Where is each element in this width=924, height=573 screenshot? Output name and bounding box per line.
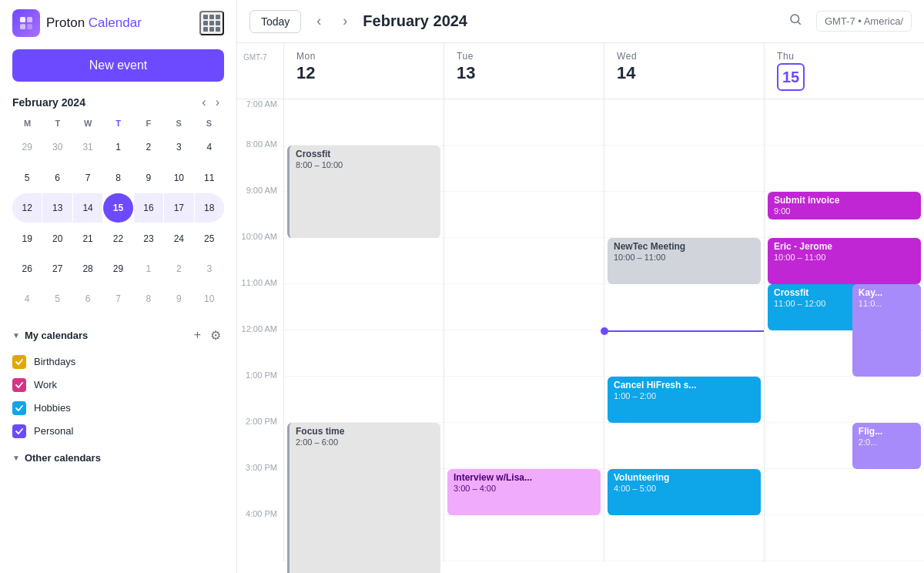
mini-day-16[interactable]: 16 [134, 193, 163, 223]
event-title-thu-4: Flig... [859, 426, 915, 437]
mini-day-7[interactable]: 7 [103, 284, 132, 313]
my-calendars-settings-button[interactable]: ⚙ [207, 327, 224, 344]
timezone-gutter-label: GMT-7 [243, 53, 267, 62]
mini-day-28[interactable]: 28 [73, 254, 102, 283]
mini-day-5[interactable]: 5 [42, 284, 72, 313]
calendar-item-personal[interactable]: Personal [12, 420, 224, 443]
mini-day-26[interactable]: 26 [12, 254, 42, 283]
mini-day-15[interactable]: 15 [103, 193, 132, 223]
mini-day-header-m: M [12, 117, 42, 129]
event-time-mon-0: 8:00 – 10:00 [296, 160, 434, 169]
calendar-name-work: Work [34, 379, 57, 390]
mini-day-11[interactable]: 11 [195, 163, 224, 192]
mini-calendar-prev-button[interactable]: ‹ [197, 94, 210, 111]
calendar-checkbox-birthdays[interactable] [12, 355, 26, 369]
bg-cell-tue-2 [444, 192, 604, 238]
day-column-mon: Crossfit8:00 – 10:00Focus time2:00 – 6:0… [283, 99, 444, 561]
today-button[interactable]: Today [249, 10, 301, 33]
bg-cell-thu-0 [765, 99, 924, 146]
event-mon-0[interactable]: Crossfit8:00 – 10:00 [287, 146, 440, 238]
search-button[interactable] [784, 8, 807, 35]
mini-day-21[interactable]: 21 [73, 223, 102, 253]
my-calendars-add-button[interactable]: + [191, 327, 204, 344]
event-wed-1[interactable]: Cancel HiFresh s...1:00 – 2:00 [608, 377, 761, 423]
mini-day-25[interactable]: 25 [195, 223, 224, 253]
mini-day-12[interactable]: 12 [12, 193, 42, 223]
mini-day-header-w: W [73, 117, 103, 129]
mini-day-4[interactable]: 4 [195, 132, 224, 162]
event-thu-3[interactable]: Kay...11:0... [852, 284, 921, 377]
mini-day-10[interactable]: 10 [164, 163, 193, 192]
mini-day-2[interactable]: 2 [134, 132, 163, 162]
mini-day-14[interactable]: 14 [73, 193, 102, 223]
event-thu-0[interactable]: Submit invoice9:00 [768, 192, 921, 219]
main-content: Today ‹ › February 2024 GMT-7 • America/… [237, 0, 924, 573]
mini-calendar-next-button[interactable]: › [211, 94, 224, 111]
prev-period-button[interactable]: ‹ [310, 10, 327, 32]
mini-day-29[interactable]: 29 [12, 132, 42, 162]
bg-cell-wed-4 [604, 284, 764, 330]
event-thu-1[interactable]: Eric - Jerome10:00 – 11:00 [768, 238, 921, 284]
mini-calendar: February 2024 ‹ › M T W T F S S 29303112… [0, 94, 236, 314]
mini-day-headers: M T W T F S S [12, 117, 224, 129]
mini-day-22[interactable]: 22 [103, 223, 132, 253]
calendar-item-birthdays[interactable]: Birthdays [12, 350, 224, 374]
svg-point-4 [791, 15, 799, 23]
event-thu-4[interactable]: Flig...2:0... [852, 423, 921, 469]
time-gutter: 7:00 AM8:00 AM9:00 AM10:00 AM11:00 AM12:… [237, 99, 283, 561]
mini-day-header-f: F [133, 117, 163, 129]
mini-day-17[interactable]: 17 [164, 193, 193, 223]
mini-day-1[interactable]: 1 [103, 132, 132, 162]
mini-day-27[interactable]: 27 [42, 254, 72, 283]
mini-day-2[interactable]: 2 [164, 254, 193, 283]
apps-icon-button[interactable] [199, 11, 224, 35]
mini-day-18[interactable]: 18 [195, 193, 224, 223]
mini-day-20[interactable]: 20 [42, 223, 72, 253]
mini-day-7[interactable]: 7 [73, 163, 102, 192]
day-num-mon: 12 [296, 63, 444, 83]
mini-day-8[interactable]: 8 [134, 284, 163, 313]
mini-day-3[interactable]: 3 [195, 254, 224, 283]
bg-cell-thu-9 [765, 515, 924, 561]
mini-day-9[interactable]: 9 [134, 163, 163, 192]
mini-day-31[interactable]: 31 [73, 132, 102, 162]
next-period-button[interactable]: › [336, 10, 353, 32]
bg-cell-thu-8 [765, 469, 924, 515]
mini-day-9[interactable]: 9 [164, 284, 193, 313]
mini-day-6[interactable]: 6 [73, 284, 102, 313]
other-calendars-group-header[interactable]: ▼ Other calendars [12, 452, 224, 464]
bg-cell-tue-1 [444, 146, 604, 192]
calendar-item-work[interactable]: Work [12, 374, 224, 397]
mini-day-29[interactable]: 29 [103, 254, 132, 283]
mini-day-3[interactable]: 3 [164, 132, 193, 162]
mini-day-8[interactable]: 8 [103, 163, 132, 192]
mini-day-1[interactable]: 1 [134, 254, 163, 283]
mini-day-24[interactable]: 24 [164, 223, 193, 253]
mini-day-23[interactable]: 23 [134, 223, 163, 253]
mini-day-30[interactable]: 30 [42, 132, 72, 162]
time-label-8: 3:00 PM [237, 463, 283, 509]
new-event-button[interactable]: New event [12, 49, 224, 82]
event-wed-2[interactable]: Volunteering4:00 – 5:00 [608, 469, 761, 515]
calendars-section: ▼ My calendars + ⚙ BirthdaysWorkHobbiesP… [0, 327, 236, 564]
calendar-checkbox-hobbies[interactable] [12, 401, 26, 415]
event-tue-0[interactable]: Interview w/Lisa...3:00 – 4:00 [447, 469, 601, 515]
calendar-checkbox-work[interactable] [12, 378, 26, 392]
my-calendars-group-header[interactable]: ▼ My calendars + ⚙ [12, 327, 224, 344]
grid-body[interactable]: 7:00 AM8:00 AM9:00 AM10:00 AM11:00 AM12:… [237, 99, 924, 573]
calendar-item-hobbies[interactable]: Hobbies [12, 397, 224, 420]
calendar-checkbox-personal[interactable] [12, 424, 26, 438]
mini-day-6[interactable]: 6 [42, 163, 72, 192]
event-title-wed-1: Cancel HiFresh s... [614, 380, 755, 390]
event-mon-1[interactable]: Focus time2:00 – 6:00 [287, 423, 440, 573]
mini-day-13[interactable]: 13 [42, 193, 72, 223]
bg-cell-thu-6 [765, 377, 924, 423]
sidebar-header: Proton Calendar [0, 9, 236, 46]
day-column-tue: Interview w/Lisa...3:00 – 4:00 [444, 99, 604, 561]
mini-day-4[interactable]: 4 [12, 284, 42, 313]
calendar-name-birthdays: Birthdays [34, 356, 75, 367]
mini-day-5[interactable]: 5 [12, 163, 42, 192]
mini-day-10[interactable]: 10 [195, 284, 224, 313]
event-wed-0[interactable]: NewTec Meeting10:00 – 11:00 [608, 238, 761, 284]
mini-day-19[interactable]: 19 [12, 223, 42, 253]
